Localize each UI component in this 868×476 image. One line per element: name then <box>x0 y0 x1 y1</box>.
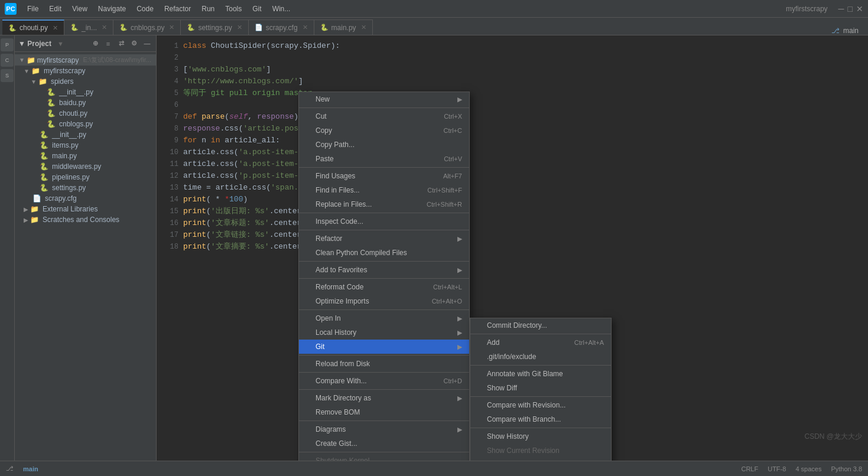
menu-view[interactable]: View <box>67 3 92 15</box>
tab-scrapy-cfg[interactable]: 📄 scrapy.cfg ✕ <box>249 19 314 35</box>
tab-cnblogs[interactable]: 🐍 cnblogs.py ✕ <box>113 19 181 35</box>
editor-area[interactable]: 1class ChoutiSpider(scrapy.Spider):23 ['… <box>157 35 868 461</box>
status-python[interactable]: Python 3.8 <box>831 465 862 472</box>
tree-item[interactable]: 🐍settings.py <box>15 182 156 193</box>
tab-main[interactable]: 🐍 main.py ✕ <box>314 19 373 35</box>
git-item-compare-revision[interactable]: Compare with Revision... <box>470 398 611 412</box>
status-branch[interactable]: main <box>23 465 38 472</box>
tree-item[interactable]: ▶📁Scratches and Consoles <box>15 214 156 225</box>
status-crlf[interactable]: CRLF <box>741 465 758 472</box>
tab-icon-cnblogs: 🐍 <box>119 24 128 31</box>
tree-item[interactable]: 📄scrapy.cfg <box>15 193 156 204</box>
toolbar-settings-btn[interactable]: ⚙ <box>129 38 139 49</box>
code-line: 13 time = article.css('span.post-meta-it… <box>164 182 861 194</box>
ctx-item-optimize-imports[interactable]: Optimize Imports Ctrl+Alt+O <box>299 294 469 308</box>
title-bar: PC File Edit View Navigate Code Refactor… <box>0 0 868 18</box>
tree-item[interactable]: 🐍baidu.py <box>15 97 156 108</box>
tree-item[interactable]: ▼📁myfirstscrapy <box>15 66 156 76</box>
tab-chouti[interactable]: 🐍 chouti.py ✕ <box>2 19 64 35</box>
ctx-item-local-history[interactable]: Local History ▶ <box>299 325 469 340</box>
ctx-item-remove-bom[interactable]: Remove BOM <box>299 405 469 419</box>
menu-win[interactable]: Win... <box>268 3 295 15</box>
tree-item[interactable]: 🐍items.py <box>15 140 156 151</box>
tree-item[interactable]: 🐍main.py <box>15 151 156 161</box>
status-encoding[interactable]: UTF-8 <box>768 465 786 472</box>
git-item-show-diff[interactable]: Show Diff <box>470 381 611 395</box>
ctx-item-replace-in-files[interactable]: Replace in Files... Ctrl+Shift+R <box>299 197 469 211</box>
tree-item[interactable]: 🐍cnblogs.py <box>15 119 156 129</box>
tree-item[interactable]: ▼📁spiders <box>15 76 156 87</box>
tree-item[interactable]: 🐍chouti.py <box>15 108 156 119</box>
tree-item[interactable]: 🐍middlewares.py <box>15 161 156 172</box>
panel-toolbar[interactable]: ⊕ ≡ ⇄ ⚙ — <box>90 38 152 49</box>
ctx-item-reload-disk[interactable]: Reload from Disk <box>299 357 469 371</box>
menu-edit[interactable]: Edit <box>44 3 66 15</box>
ctx-item-reformat-code[interactable]: Reformat Code Ctrl+Alt+L <box>299 280 469 294</box>
side-tab-commit[interactable]: C <box>1 54 14 67</box>
tab-settings[interactable]: 🐍 settings.py ✕ <box>181 19 248 35</box>
tab-close-in[interactable]: ✕ <box>102 24 107 31</box>
tab-close-chouti[interactable]: ✕ <box>53 24 58 32</box>
ctx-item-add-favorites[interactable]: Add to Favorites ▶ <box>299 263 469 277</box>
status-indent[interactable]: 4 spaces <box>795 465 821 472</box>
ctx-item-mark-dir[interactable]: Mark Directory as ▶ <box>299 391 469 405</box>
menu-code[interactable]: Code <box>132 3 158 15</box>
tab-close-main[interactable]: ✕ <box>361 24 366 31</box>
ctx-item-label: Local History <box>316 328 457 337</box>
menu-git[interactable]: Git <box>248 3 266 15</box>
maximize-btn[interactable]: □ <box>848 4 853 14</box>
git-item-gitinfo-exclude[interactable]: .git/info/exclude <box>470 350 611 364</box>
side-tab-structure[interactable]: S <box>1 69 14 82</box>
ctx-item-create-gist[interactable]: Create Gist... <box>299 436 469 451</box>
side-tab-project[interactable]: P <box>1 38 14 51</box>
menu-file[interactable]: File <box>22 3 43 15</box>
menu-separator <box>299 261 469 262</box>
git-item-add[interactable]: Add Ctrl+Alt+A <box>470 335 611 350</box>
tree-item[interactable]: 🐍__init__.py <box>15 87 156 97</box>
tree-items: ▼📁myfirstscrapy▼📁spiders🐍__init__.py🐍bai… <box>15 66 156 225</box>
menubar[interactable]: File Edit View Navigate Code Refactor Ru… <box>22 3 295 15</box>
menu-separator <box>299 230 469 230</box>
toolbar-close-btn[interactable]: — <box>142 38 152 49</box>
ctx-item-find-usages[interactable]: Find Usages Alt+F7 <box>299 169 469 183</box>
ctx-item-copy-path[interactable]: Copy Path... <box>299 138 469 152</box>
ctx-item-git[interactable]: Git ▶ <box>299 340 469 354</box>
menu-run[interactable]: Run <box>197 3 219 15</box>
ctx-item-find-in-files[interactable]: Find in Files... Ctrl+Shift+F <box>299 183 469 197</box>
ctx-item-clean-compiled[interactable]: Clean Python Compiled Files <box>299 246 469 260</box>
ctx-item-cut[interactable]: Cut Ctrl+X <box>299 109 469 123</box>
tab-close-cnblogs[interactable]: ✕ <box>169 24 174 31</box>
ctx-item-refactor[interactable]: Refactor ▶ <box>299 232 469 246</box>
tab-in[interactable]: 🐍 _in... ✕ <box>64 19 113 35</box>
git-item-compare-branch[interactable]: Compare with Branch... <box>470 412 611 426</box>
ctx-item-paste[interactable]: Paste Ctrl+V <box>299 152 469 166</box>
menu-navigate[interactable]: Navigate <box>93 3 131 15</box>
ctx-item-open-in[interactable]: Open In ▶ <box>299 311 469 325</box>
git-item-annotate[interactable]: Annotate with Git Blame <box>470 367 611 381</box>
ctx-item-diagrams[interactable]: Diagrams ▶ <box>299 422 469 436</box>
ctx-item-inspect-code[interactable]: Inspect Code... <box>299 214 469 229</box>
tree-item[interactable]: 🐍pipelines.py <box>15 172 156 182</box>
menu-tools[interactable]: Tools <box>220 3 246 15</box>
ctx-item-copy[interactable]: Copy Ctrl+C <box>299 123 469 138</box>
tree-root[interactable]: ▼ 📁 myfirstscrapy E:\复试\08-crawl\myfir..… <box>15 54 156 66</box>
tab-close-cfg[interactable]: ✕ <box>303 24 308 31</box>
ctx-item-label: Reload from Disk <box>316 360 462 368</box>
git-item-show-history[interactable]: Show History <box>470 429 611 444</box>
code-line: 17 print('文章链接: %s'.center(50,' ')%href) <box>164 229 861 241</box>
tree-item[interactable]: 🐍__init__.py <box>15 129 156 140</box>
ctx-item-compare-with[interactable]: Compare With... Ctrl+D <box>299 374 469 388</box>
toolbar-collapse-btn[interactable]: ⇄ <box>116 38 126 49</box>
ctx-item-label: Remove BOM <box>316 408 462 416</box>
git-indicator[interactable]: ⎇ main <box>824 27 866 35</box>
minimize-btn[interactable]: ─ <box>838 4 844 14</box>
tab-close-settings[interactable]: ✕ <box>237 24 242 31</box>
git-item-commit-dir[interactable]: Commit Directory... <box>470 318 611 332</box>
tree-item-label: spiders <box>51 77 74 86</box>
toolbar-locate-btn[interactable]: ⊕ <box>90 38 100 49</box>
ctx-item-new[interactable]: New ▶ <box>299 92 469 106</box>
toolbar-expand-btn[interactable]: ≡ <box>103 38 113 49</box>
tree-item[interactable]: ▶📁External Libraries <box>15 204 156 214</box>
menu-refactor[interactable]: Refactor <box>160 3 196 15</box>
close-btn[interactable]: ✕ <box>856 4 863 14</box>
